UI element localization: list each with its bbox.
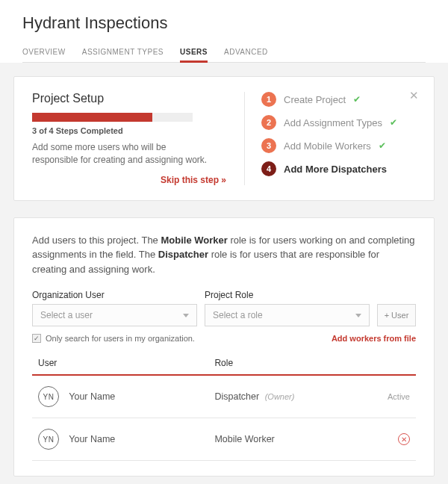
setup-steps: 1 Create Project ✔ 2 Add Assignment Type… (261, 92, 416, 176)
user-status: Active (355, 375, 416, 418)
users-intro: Add users to this project. The Mobile Wo… (32, 233, 416, 277)
project-role-label: Project Role (205, 290, 370, 300)
org-only-label: Only search for users in my organization… (46, 334, 195, 343)
check-icon: ✔ (390, 117, 397, 128)
step-label: Add More Dispatchers (284, 164, 387, 175)
step-label: Create Project (284, 94, 346, 105)
col-actions (355, 353, 416, 375)
intro-text-bold: Mobile Worker (161, 235, 227, 246)
user-name: Your Name (69, 391, 115, 402)
project-role-select[interactable]: Select a role (205, 304, 370, 326)
project-setup-card: Project Setup 3 of 4 Steps Completed Add… (13, 76, 435, 201)
check-icon: ✔ (353, 94, 361, 105)
org-user-label: Organization User (32, 290, 197, 300)
tab-advanced[interactable]: Advanced (224, 43, 268, 62)
close-icon[interactable]: ✕ (409, 89, 419, 102)
add-user-button[interactable]: + User (377, 304, 416, 326)
step-label: Add Mobile Workers (284, 140, 371, 152)
chevron-down-icon (183, 314, 189, 317)
owner-badge: (Owner) (265, 392, 295, 401)
step-number: 1 (261, 92, 276, 107)
user-role: Mobile Worker (214, 434, 274, 444)
setup-description: Add some more users who will be responsi… (32, 141, 211, 167)
tab-users[interactable]: Users (180, 43, 208, 63)
avatar: YN (38, 429, 59, 450)
setup-step-3[interactable]: 3 Add Mobile Workers ✔ (261, 138, 416, 153)
step-label: Add Assignment Types (284, 117, 382, 128)
users-card: Add users to this project. The Mobile Wo… (13, 217, 435, 477)
setup-progress-fill (32, 113, 152, 122)
project-role-placeholder: Select a role (213, 310, 263, 320)
check-icon: ✔ (379, 140, 386, 151)
org-user-placeholder: Select a user (40, 310, 93, 320)
setup-step-1[interactable]: 1 Create Project ✔ (261, 92, 416, 107)
step-number: 4 (261, 161, 276, 176)
tab-overview[interactable]: Overview (22, 43, 66, 62)
step-number: 2 (261, 115, 276, 130)
intro-text-segment: Add users to this project. The (32, 235, 161, 246)
avatar: YN (38, 386, 59, 407)
user-name: Your Name (69, 434, 115, 444)
add-workers-from-file-link[interactable]: Add workers from file (332, 334, 416, 343)
skip-step-link[interactable]: Skip this step » (32, 175, 231, 185)
setup-progress (32, 113, 193, 122)
tab-assignment-types[interactable]: Assignment Types (82, 43, 164, 62)
org-user-select[interactable]: Select a user (32, 304, 197, 326)
setup-step-4[interactable]: 4 Add More Dispatchers (261, 161, 416, 176)
chevron-down-icon (355, 314, 361, 317)
setup-title: Project Setup (32, 92, 231, 105)
table-row: YN Your Name Mobile Worker ✕ (32, 418, 416, 461)
table-row: YN Your Name Dispatcher (Owner) Active (32, 375, 416, 418)
org-only-checkbox[interactable]: ✓ (32, 334, 41, 343)
user-role: Dispatcher (214, 391, 259, 402)
users-table: User Role YN Your Name Dispatcher (Owner (32, 353, 416, 461)
remove-user-button[interactable]: ✕ (398, 433, 410, 445)
setup-step-2[interactable]: 2 Add Assignment Types ✔ (261, 115, 416, 130)
page-tabs: Overview Assignment Types Users Advanced (22, 43, 426, 63)
step-number: 3 (261, 138, 276, 153)
setup-progress-label: 3 of 4 Steps Completed (32, 126, 231, 135)
page-title: Hydrant Inspections (22, 13, 426, 33)
col-role: Role (208, 353, 354, 375)
col-user: User (32, 353, 208, 375)
intro-text-bold: Dispatcher (158, 249, 208, 260)
